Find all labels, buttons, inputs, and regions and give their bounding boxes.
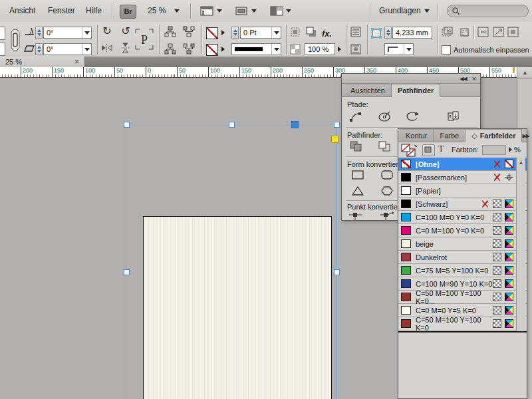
- menu-hilfe[interactable]: Hilfe: [86, 6, 102, 15]
- send-backward-icon[interactable]: [164, 43, 176, 54]
- swatch-row[interactable]: C=75 M=5 Y=100 K=0: [398, 264, 527, 277]
- zoom-dropdown-icon[interactable]: [174, 9, 180, 13]
- opacity-field[interactable]: 100 %: [305, 43, 335, 55]
- open-path-icon[interactable]: [378, 110, 391, 122]
- swatch-row[interactable]: C=50 M=100 Y=100 K=0...: [398, 291, 527, 304]
- shear-angle-stepper[interactable]: [35, 43, 43, 55]
- swatch-row[interactable]: [Schwarz]: [398, 198, 527, 211]
- swatch-row[interactable]: [Ohne]: [398, 158, 527, 171]
- corner-style-select[interactable]: [384, 43, 414, 55]
- tab-ausrichten[interactable]: Ausrichten: [344, 84, 392, 96]
- corner-radius-stepper[interactable]: [384, 27, 392, 39]
- convert-triangle-icon[interactable]: [351, 186, 364, 198]
- panel-close-icon[interactable]: ×: [472, 74, 476, 82]
- swatch-row[interactable]: C=50 M=100 Y=100 K=0: [398, 317, 527, 331]
- swatch-row[interactable]: [Passermarken]: [398, 171, 527, 184]
- swatch-row[interactable]: [Papier]: [398, 184, 527, 198]
- live-corner-handle[interactable]: [331, 136, 338, 143]
- container-mode-icon[interactable]: [422, 144, 435, 156]
- text-mode-icon[interactable]: T: [438, 144, 444, 155]
- convert-plain-point-icon[interactable]: [348, 211, 362, 223]
- swatch-row[interactable]: beige: [398, 237, 527, 251]
- tab-close-icon[interactable]: ×: [74, 59, 79, 65]
- selection-handle-filled[interactable]: [291, 121, 299, 128]
- convert-polygon-icon[interactable]: [380, 186, 394, 198]
- convert-rectangle-icon[interactable]: [351, 170, 364, 182]
- corner-radius-field[interactable]: 4,233 mm: [392, 27, 432, 39]
- feather-effect-icon[interactable]: [290, 27, 302, 37]
- stroke-style-select[interactable]: [231, 43, 281, 55]
- flip-vertical-icon[interactable]: [120, 43, 132, 54]
- document-tab[interactable]: 25 % ×: [0, 57, 85, 67]
- opacity-checker-icon[interactable]: [290, 44, 302, 55]
- fill-frame-proportional-icon[interactable]: [507, 27, 519, 37]
- fit-frame-icon[interactable]: [459, 27, 471, 37]
- constrain-link-icon[interactable]: [9, 28, 22, 52]
- screen-mode-dropdown-icon[interactable]: [251, 9, 257, 13]
- pathfinder-subtract-icon[interactable]: [378, 140, 391, 152]
- pathfinder-add-icon[interactable]: [349, 140, 362, 152]
- rotation-angle-field[interactable]: 0°: [43, 27, 92, 39]
- menu-fenster[interactable]: Fenster: [48, 6, 75, 15]
- menu-ansicht[interactable]: Ansicht: [9, 6, 35, 15]
- view-options-button[interactable]: [200, 5, 214, 17]
- tab-pathfinder[interactable]: Pathfinder: [392, 84, 440, 97]
- fill-swatch-none[interactable]: [206, 27, 218, 39]
- auto-fit-checkbox[interactable]: [442, 45, 451, 55]
- panel-expand-icon[interactable]: ▶▶: [522, 133, 529, 139]
- textwrap-none-icon[interactable]: [350, 27, 362, 37]
- swatch-row[interactable]: C=100 M=0 Y=0 K=0: [398, 211, 527, 224]
- tab-farbfelder[interactable]: ◇ Farbfelder: [466, 129, 522, 142]
- rotate-cw-icon[interactable]: ↻: [101, 26, 113, 37]
- bridge-button[interactable]: Br: [120, 5, 136, 19]
- fit-content-icon[interactable]: [442, 27, 454, 37]
- tab-farbe[interactable]: Farbe: [434, 129, 466, 142]
- view-options-dropdown-icon[interactable]: [217, 9, 222, 13]
- stroke-flyout-icon[interactable]: [221, 47, 225, 52]
- tint-field[interactable]: [482, 145, 506, 155]
- tab-kontur[interactable]: Kontur: [400, 129, 434, 142]
- arrange-documents-button[interactable]: [269, 5, 284, 17]
- selection-handle-top-center[interactable]: [229, 122, 235, 128]
- swatch-scrollbar[interactable]: ▲: [516, 158, 525, 331]
- zoom-level-select[interactable]: 25 %: [148, 6, 166, 15]
- fit-proportional-icon[interactable]: [493, 27, 505, 37]
- panel-collapse-icon[interactable]: ◀◀: [460, 76, 466, 82]
- stroke-weight-stepper[interactable]: [231, 27, 239, 39]
- opacity-flyout-icon[interactable]: [338, 47, 341, 52]
- drop-shadow-icon[interactable]: [306, 27, 318, 37]
- center-content-icon[interactable]: [477, 27, 489, 37]
- reverse-path-icon[interactable]: [447, 110, 460, 122]
- convert-corner-point-icon[interactable]: [379, 211, 392, 223]
- close-path-icon[interactable]: [406, 110, 419, 122]
- stroke-swatch-none[interactable]: [206, 44, 218, 56]
- convert-rounded-rect-icon[interactable]: [380, 170, 394, 182]
- scroll-up-button[interactable]: ▲: [517, 67, 532, 79]
- workspace-switcher[interactable]: Grundlagen: [379, 6, 421, 15]
- rotate-ccw-icon[interactable]: ↺: [120, 26, 132, 37]
- textwrap-around-icon[interactable]: [350, 44, 362, 55]
- selection-handle-mid-right[interactable]: [334, 269, 340, 275]
- swatch-scroll-up-icon[interactable]: ▲: [519, 160, 524, 166]
- flip-horizontal-icon[interactable]: [101, 43, 113, 54]
- effects-button[interactable]: fx.: [322, 29, 332, 39]
- stroke-weight-field[interactable]: 0 Pt: [240, 27, 281, 39]
- swatch-row[interactable]: Dunkelrot: [398, 251, 527, 264]
- selection-handle-top-left[interactable]: [124, 122, 130, 128]
- bring-to-front-icon[interactable]: [183, 26, 195, 37]
- shear-angle-field[interactable]: 0°: [43, 43, 92, 55]
- reference-point-proxy[interactable]: P: [135, 29, 154, 50]
- screen-mode-button[interactable]: [234, 5, 249, 17]
- fill-stroke-proxy-icon[interactable]: [401, 144, 418, 158]
- workspace-dropdown-icon[interactable]: [424, 9, 430, 13]
- fill-flyout-icon[interactable]: [221, 30, 225, 35]
- bring-forward-icon[interactable]: [164, 26, 176, 37]
- swatch-row[interactable]: C=0 M=100 Y=0 K=0: [398, 224, 527, 237]
- selection-handle-mid-left[interactable]: [124, 269, 130, 275]
- rotation-angle-stepper[interactable]: [35, 27, 43, 39]
- arrange-documents-dropdown-icon[interactable]: [286, 9, 291, 13]
- selection-handle-top-right[interactable]: [334, 122, 340, 128]
- send-to-back-icon[interactable]: [183, 43, 195, 54]
- search-input[interactable]: [447, 5, 529, 17]
- join-path-icon[interactable]: [349, 110, 362, 122]
